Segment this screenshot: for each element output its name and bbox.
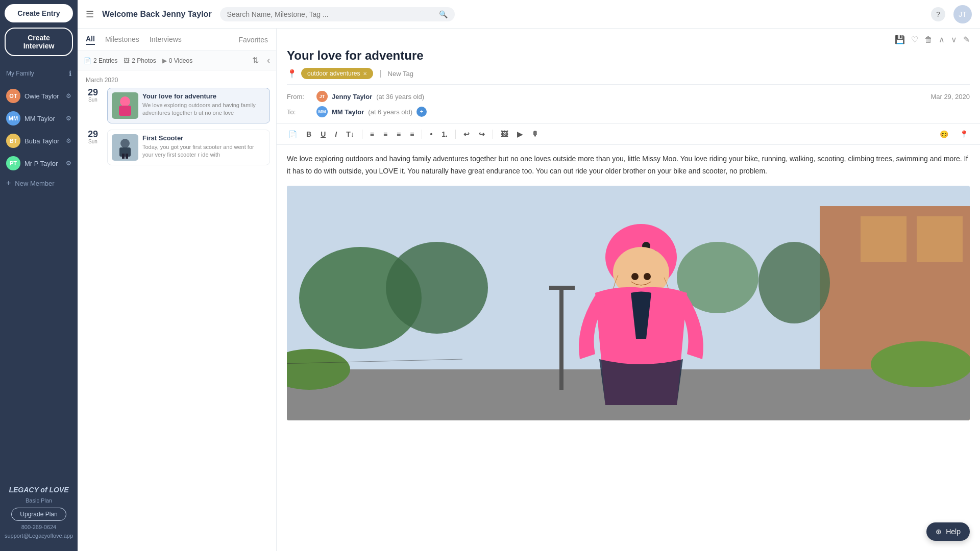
tag-divider: | bbox=[379, 69, 381, 78]
member-name-owie: Owie Taylor bbox=[24, 92, 59, 100]
help-icon[interactable]: ? bbox=[931, 7, 945, 21]
svg-point-4 bbox=[120, 139, 130, 148]
entry-card-2[interactable]: First Scooter Today, you got your first … bbox=[107, 130, 270, 165]
date-number-1: 29 bbox=[84, 88, 102, 97]
delete-action-icon[interactable]: 🗑 bbox=[924, 35, 933, 44]
tab-interviews[interactable]: Interviews bbox=[150, 35, 182, 44]
user-avatar[interactable]: JT bbox=[953, 5, 972, 23]
search-box: 🔍 bbox=[220, 7, 455, 21]
favorites-link[interactable]: Favorites bbox=[238, 36, 268, 44]
toolbar-align-left-btn[interactable]: ≡ bbox=[366, 128, 378, 140]
svg-rect-11 bbox=[917, 216, 963, 262]
tag-outdoor-adventures[interactable]: outdoor adventures ✕ bbox=[301, 68, 373, 79]
timeline-date-2: 29 Sun bbox=[84, 130, 102, 144]
date-number-2: 29 bbox=[84, 130, 102, 139]
legacy-logo: LEGACY of LOVE bbox=[5, 484, 73, 495]
from-name: Jenny Taylor (at 36 years old) bbox=[332, 93, 424, 101]
svg-point-18 bbox=[871, 341, 970, 387]
toolbar-bullet-list-btn[interactable]: • bbox=[426, 128, 436, 140]
to-age: (at 6 years old) bbox=[368, 108, 412, 116]
toolbar-video-btn[interactable]: ▶ bbox=[513, 128, 526, 140]
save-action-icon[interactable]: 💾 bbox=[895, 35, 905, 44]
toolbar-image-btn[interactable]: 🖼 bbox=[497, 128, 511, 140]
gear-icon-buba[interactable]: ⚙ bbox=[66, 137, 71, 144]
toolbar-bold-btn[interactable]: B bbox=[303, 128, 315, 140]
page-title: Welcome Back Jenny Taylor bbox=[102, 10, 212, 19]
entry-thumb-2 bbox=[112, 134, 138, 161]
timeline-row-2: 29 Sun bbox=[84, 130, 270, 165]
new-tag-button[interactable]: New Tag bbox=[388, 70, 413, 78]
favorite-action-icon[interactable]: ♡ bbox=[911, 35, 918, 44]
gear-icon-owie[interactable]: ⚙ bbox=[66, 92, 71, 99]
hamburger-icon[interactable]: ☰ bbox=[86, 9, 94, 20]
tab-all[interactable]: All bbox=[86, 35, 95, 45]
svg-point-15 bbox=[758, 242, 830, 323]
toolbar-numbered-list-btn[interactable]: 1. bbox=[438, 128, 451, 140]
from-age: (at 36 years old) bbox=[376, 93, 424, 101]
toolbar-doc-btn[interactable]: 📄 bbox=[285, 128, 301, 140]
search-input[interactable] bbox=[227, 10, 435, 18]
photos-icon: 🖼 bbox=[124, 57, 130, 64]
toolbar-location-btn[interactable]: 📍 bbox=[956, 128, 972, 140]
sidebar-item-mm[interactable]: MM MM Taylor ⚙ bbox=[0, 107, 78, 130]
toolbar-align-justify-btn[interactable]: ≡ bbox=[406, 128, 418, 140]
toolbar-redo-btn[interactable]: ↪ bbox=[475, 128, 488, 140]
edit-action-icon[interactable]: ✎ bbox=[963, 35, 970, 44]
entry-tags: 📍 outdoor adventures ✕ | New Tag bbox=[287, 68, 970, 79]
to-name: MM Taylor (at 6 years old) bbox=[332, 108, 412, 116]
new-member-button[interactable]: + New Member bbox=[0, 174, 78, 192]
sort-icon[interactable]: ⇅ bbox=[252, 56, 259, 65]
entry-thumb-1 bbox=[112, 92, 138, 119]
photos-count: 2 Photos bbox=[132, 57, 156, 64]
create-entry-button[interactable]: Create Entry bbox=[5, 4, 73, 22]
toolbar-italic-btn[interactable]: I bbox=[331, 128, 340, 140]
help-fab-label: Help bbox=[946, 528, 961, 536]
toolbar-text-size-btn[interactable]: T↓ bbox=[342, 128, 358, 140]
sidebar-item-mrp[interactable]: PT Mr P Taylor ⚙ bbox=[0, 152, 78, 174]
sidebar-item-owie[interactable]: OT Owie Taylor ⚙ bbox=[0, 85, 78, 107]
gear-icon-mrp[interactable]: ⚙ bbox=[66, 160, 71, 167]
help-fab-icon: ⊕ bbox=[936, 528, 942, 536]
create-interview-button[interactable]: Create Interview bbox=[5, 28, 73, 56]
toolbar-audio-btn[interactable]: 🎙 bbox=[528, 128, 543, 140]
entry-detail-header: 💾 ♡ 🗑 ∧ ∨ ✎ Your love for adventure 📍 ou… bbox=[277, 29, 980, 124]
videos-icon: ▶ bbox=[162, 57, 167, 64]
support-email: support@Legacyoflove.app bbox=[5, 532, 73, 541]
svg-rect-6 bbox=[122, 154, 125, 159]
gear-icon-mm[interactable]: ⚙ bbox=[66, 115, 71, 122]
toolbar-undo-btn[interactable]: ↩ bbox=[460, 128, 473, 140]
editor-toolbar: 📄 B U I T↓ ≡ ≡ ≡ ≡ • 1. ↩ ↪ 🖼 ▶ 🎙 bbox=[277, 124, 980, 145]
svg-point-13 bbox=[386, 242, 488, 334]
meta-from-row: From: JT Jenny Taylor (at 36 years old) … bbox=[287, 89, 970, 104]
avatar-mrp: PT bbox=[6, 156, 20, 170]
member-name-mm: MM Taylor bbox=[24, 115, 55, 122]
svg-rect-20 bbox=[559, 288, 564, 390]
entries-icon: 📄 bbox=[84, 57, 91, 64]
stat-photos: 🖼 2 Photos bbox=[124, 57, 156, 64]
entry-title-1: Your love for adventure bbox=[142, 92, 265, 100]
sidebar-item-buba[interactable]: BT Buba Taylor ⚙ bbox=[0, 130, 78, 152]
toolbar-align-right-btn[interactable]: ≡ bbox=[393, 128, 404, 140]
entries-count: 2 Entries bbox=[93, 57, 117, 64]
tag-remove-icon[interactable]: ✕ bbox=[363, 71, 367, 77]
plan-label: Basic Plan bbox=[5, 496, 73, 506]
tab-milestones[interactable]: Milestones bbox=[105, 35, 139, 44]
toolbar-align-center-btn[interactable]: ≡ bbox=[380, 128, 391, 140]
toolbar-emoji-btn[interactable]: 😊 bbox=[936, 128, 952, 140]
timeline-tabs: All Milestones Interviews Favorites bbox=[78, 29, 276, 51]
toolbar-sep-3 bbox=[455, 130, 456, 139]
tag-location-icon: 📍 bbox=[287, 69, 297, 79]
toolbar-underline-btn[interactable]: U bbox=[317, 128, 329, 140]
add-recipient-button[interactable]: + bbox=[416, 107, 427, 117]
family-info-icon[interactable]: ℹ bbox=[69, 69, 71, 78]
prev-action-icon[interactable]: ∧ bbox=[939, 35, 945, 44]
timeline-scroll: March 2020 29 Sun bbox=[78, 70, 276, 551]
upgrade-plan-button[interactable]: Upgrade Plan bbox=[11, 508, 66, 521]
videos-count: 0 Videos bbox=[169, 57, 192, 64]
collapse-icon[interactable]: ‹ bbox=[267, 55, 270, 66]
svg-point-30 bbox=[644, 273, 651, 280]
entry-meta: From: JT Jenny Taylor (at 36 years old) … bbox=[287, 84, 970, 123]
next-action-icon[interactable]: ∨ bbox=[951, 35, 957, 44]
entry-card-1[interactable]: Your love for adventure We love explorin… bbox=[107, 88, 270, 123]
help-fab-button[interactable]: ⊕ Help bbox=[926, 522, 970, 541]
